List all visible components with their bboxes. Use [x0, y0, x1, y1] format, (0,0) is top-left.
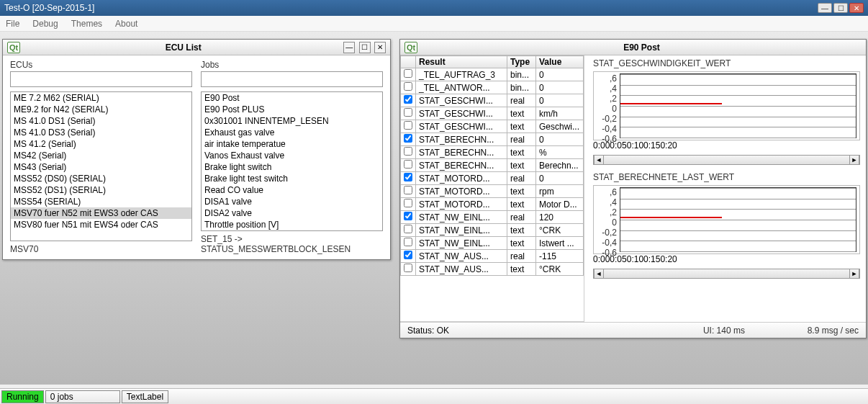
table-row[interactable]: STAT_NW_EINL...text°CRK: [401, 224, 584, 237]
jobs-listbox[interactable]: E90 PostE90 Post PLUS0x301001 INNENTEMP_…: [201, 91, 383, 231]
results-header-type[interactable]: Type: [507, 56, 536, 68]
list-item[interactable]: MSS52 (DS0) (SERIAL): [11, 173, 191, 184]
menu-themes[interactable]: Themes: [71, 19, 102, 29]
row-checkbox[interactable]: [404, 199, 412, 207]
cell-result: STAT_NW_EINL...: [416, 237, 507, 250]
table-row[interactable]: STAT_MOTORD...real0: [401, 172, 584, 185]
list-item[interactable]: DISA1 valve: [202, 196, 382, 207]
window-close-button[interactable]: ✕: [849, 3, 864, 13]
row-checkbox[interactable]: [404, 95, 412, 104]
e90-status-ui: UI: 140 ms: [703, 326, 745, 336]
list-item[interactable]: MS42 (Serial): [11, 150, 191, 161]
chart1-title: STAT_GESCHWINDIGKEIT_WERT: [593, 57, 860, 70]
ecus-listbox[interactable]: ME 7.2 M62 (SERIAL)ME9.2 for N42 (SERIAL…: [10, 91, 192, 241]
ecus-label: ECUs: [10, 60, 192, 70]
menu-file[interactable]: File: [6, 19, 19, 29]
list-item[interactable]: MSS54 (SERIAL): [11, 196, 191, 207]
table-row[interactable]: STAT_BERECHN...textBerechn...: [401, 159, 584, 172]
x-tick-label: 0:15: [643, 140, 660, 151]
row-checkbox[interactable]: [404, 173, 412, 181]
table-row[interactable]: STAT_MOTORD...textMotor D...: [401, 198, 584, 211]
status-textlabel-box: TextLabel: [122, 390, 168, 403]
scroll-right-icon[interactable]: ►: [849, 156, 859, 164]
ecu-list-minimize-button[interactable]: —: [343, 42, 355, 53]
results-table-scroll[interactable]: Result Type Value _TEL_AUFTRAG_3bin...0_…: [400, 55, 584, 322]
list-item[interactable]: MSS52 (DS1) (SERIAL): [11, 184, 191, 196]
row-checkbox[interactable]: [404, 82, 412, 91]
window-minimize-button[interactable]: —: [818, 3, 832, 13]
row-checkbox[interactable]: [404, 69, 412, 78]
row-checkbox[interactable]: [404, 134, 412, 143]
row-checkbox[interactable]: [404, 264, 412, 272]
table-row[interactable]: _TEL_AUFTRAG_3bin...0: [401, 68, 584, 81]
menubar: File Debug Themes About: [0, 16, 868, 32]
results-header-result[interactable]: Result: [416, 56, 507, 68]
scroll-right-icon[interactable]: ►: [849, 269, 859, 278]
ecus-filter-input[interactable]: [10, 71, 192, 87]
y-tick-label: ,4: [595, 197, 617, 207]
row-checkbox[interactable]: [404, 225, 412, 233]
row-checkbox[interactable]: [404, 147, 412, 156]
table-row[interactable]: STAT_NW_AUS...real-115: [401, 250, 584, 263]
list-item[interactable]: 0x301001 INNENTEMP_LESEN: [202, 115, 382, 127]
menu-debug[interactable]: Debug: [32, 19, 58, 29]
list-item[interactable]: Exhaust gas valve: [202, 127, 382, 138]
cell-result: STAT_GESCHWI...: [416, 107, 507, 120]
list-item[interactable]: MSV70 fuer N52 mit EWS3 oder CAS: [11, 207, 191, 219]
cell-result: STAT_NW_EINL...: [416, 224, 507, 237]
ecu-list-maximize-button[interactable]: ☐: [359, 42, 371, 53]
list-item[interactable]: MSV80 fuer N51 mit EWS4 oder CAS: [11, 219, 191, 230]
scroll-left-icon[interactable]: ◄: [594, 269, 604, 278]
list-item[interactable]: DISA2 valve: [202, 207, 382, 219]
row-checkbox[interactable]: [404, 160, 412, 169]
list-item[interactable]: Brake light test switch: [202, 173, 382, 184]
row-checkbox[interactable]: [404, 212, 412, 220]
ecu-list-close-button[interactable]: ✕: [374, 42, 386, 53]
y-tick-label: -0,4: [595, 124, 617, 134]
e90-titlebar[interactable]: Qt E90 Post: [400, 40, 866, 55]
list-item[interactable]: MS 41.2 (Serial): [11, 138, 191, 150]
list-item[interactable]: MS 41.0 DS3 (Serial): [11, 127, 191, 138]
list-item[interactable]: Vanos Exhaust valve: [202, 150, 382, 161]
cell-value: %: [536, 146, 584, 159]
chart2-horizontal-scrollbar[interactable]: ◄ ►: [593, 269, 860, 279]
table-row[interactable]: STAT_MOTORD...textrpm: [401, 185, 584, 198]
list-item[interactable]: air intake temperatue: [202, 138, 382, 150]
table-row[interactable]: STAT_NW_EINL...real120: [401, 211, 584, 224]
list-item[interactable]: ME 7.2 M62 (SERIAL): [11, 92, 191, 104]
list-item[interactable]: ME9.2 for N42 (SERIAL): [11, 104, 191, 115]
app-statusbar: Running 0 jobs TextLabel: [0, 388, 868, 404]
list-item[interactable]: Throttle position [V]: [202, 219, 382, 230]
table-row[interactable]: STAT_NW_EINL...textIstwert ...: [401, 237, 584, 250]
table-row[interactable]: STAT_GESCHWI...textkm/h: [401, 107, 584, 120]
cell-value: °CRK: [536, 224, 584, 237]
row-checkbox[interactable]: [404, 238, 412, 246]
row-checkbox[interactable]: [404, 121, 412, 130]
y-tick-label: ,2: [595, 207, 617, 217]
scroll-left-icon[interactable]: ◄: [594, 156, 604, 164]
menu-about[interactable]: About: [115, 19, 137, 29]
ecu-list-titlebar[interactable]: Qt ECU List — ☐ ✕: [3, 40, 390, 55]
chart1-horizontal-scrollbar[interactable]: ◄ ►: [593, 155, 860, 165]
table-row[interactable]: STAT_NW_AUS...text°CRK: [401, 263, 584, 276]
cell-result: STAT_GESCHWI...: [416, 120, 507, 133]
table-row[interactable]: STAT_GESCHWI...real0: [401, 94, 584, 107]
table-row[interactable]: STAT_BERECHN...text%: [401, 146, 584, 159]
row-checkbox[interactable]: [404, 108, 412, 117]
row-checkbox[interactable]: [404, 251, 412, 259]
table-row[interactable]: STAT_BERECHN...real0: [401, 133, 584, 146]
list-item[interactable]: MS43 (Serial): [11, 161, 191, 173]
list-item[interactable]: Read CO value: [202, 184, 382, 196]
row-checkbox[interactable]: [404, 186, 412, 194]
cell-result: STAT_BERECHN...: [416, 146, 507, 159]
list-item[interactable]: E90 Post: [202, 92, 382, 104]
table-row[interactable]: STAT_GESCHWI...textGeschwi...: [401, 120, 584, 133]
list-item[interactable]: MS 41.0 DS1 (Serial): [11, 115, 191, 127]
results-header-value[interactable]: Value: [536, 56, 584, 68]
y-tick-label: -0,6: [595, 248, 617, 258]
list-item[interactable]: E90 Post PLUS: [202, 104, 382, 115]
list-item[interactable]: Brake light switch: [202, 161, 382, 173]
jobs-filter-input[interactable]: [201, 71, 383, 87]
table-row[interactable]: _TEL_ANTWOR...bin...0: [401, 81, 584, 94]
window-maximize-button[interactable]: ☐: [833, 3, 848, 13]
